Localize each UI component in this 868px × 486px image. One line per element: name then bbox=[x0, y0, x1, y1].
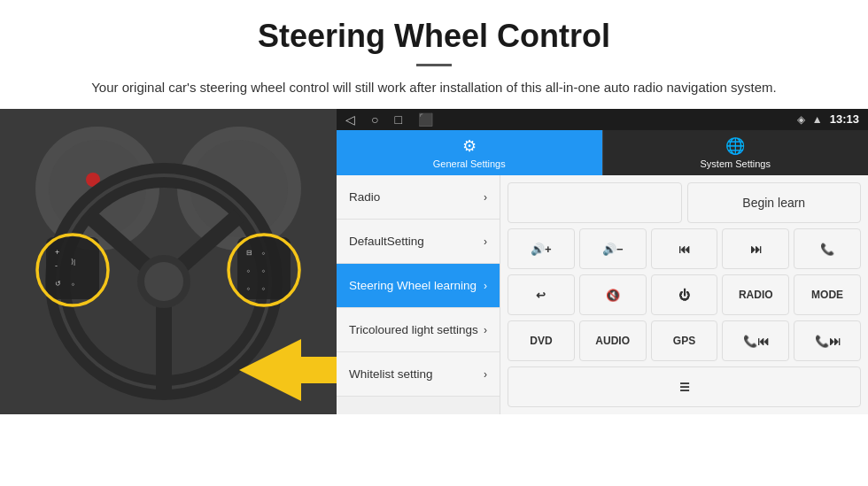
svg-text:⬦: ⬦ bbox=[261, 249, 266, 257]
back-button[interactable]: ↩ bbox=[508, 274, 575, 315]
back-arrow-icon: ↩ bbox=[536, 289, 546, 302]
volume-down-button[interactable]: 🔊− bbox=[579, 228, 647, 269]
menu-list: Radio › DefaultSetting › Steering Wheel … bbox=[337, 175, 500, 414]
menu-chevron-whitelist: › bbox=[484, 368, 487, 381]
menu-chevron-radio: › bbox=[484, 191, 487, 204]
settings-tabs: ⚙ General Settings 🌐 System Settings bbox=[337, 130, 868, 175]
volume-up-button[interactable]: 🔊+ bbox=[508, 228, 575, 269]
page-title: Steering Wheel Control bbox=[53, 18, 815, 55]
begin-learn-button[interactable]: Begin learn bbox=[687, 182, 862, 223]
svg-text:⬦: ⬦ bbox=[246, 284, 251, 292]
menu-item-whitelist-label: Whitelist setting bbox=[349, 367, 433, 381]
control-row-3: DVD AUDIO GPS 📞⏮ 📞⏭ bbox=[508, 320, 861, 361]
svg-rect-13 bbox=[46, 237, 99, 299]
status-bar-left: ◁ ○ □ ⬛ bbox=[345, 112, 433, 127]
location-icon: ◈ bbox=[797, 113, 805, 126]
mute-button[interactable]: 🔇 bbox=[579, 274, 647, 315]
menu-item-radio-label: Radio bbox=[349, 190, 380, 204]
recents-icon: □ bbox=[394, 112, 401, 127]
next-track-icon: ⏭ bbox=[750, 243, 762, 256]
menu-item-radio[interactable]: Radio › bbox=[337, 175, 500, 220]
system-settings-icon: 🌐 bbox=[725, 136, 745, 156]
title-divider bbox=[416, 64, 452, 66]
svg-text:⊟: ⊟ bbox=[246, 249, 252, 257]
menu-chevron-tricoloured: › bbox=[484, 324, 487, 336]
radio-button[interactable]: RADIO bbox=[722, 274, 789, 315]
home-icon: ○ bbox=[371, 112, 378, 127]
menu-item-whitelist[interactable]: Whitelist setting › bbox=[337, 352, 500, 397]
svg-text:⬦: ⬦ bbox=[71, 280, 75, 288]
back-icon: ◁ bbox=[345, 112, 355, 127]
svg-text:↺: ↺ bbox=[55, 280, 61, 288]
controls-panel: Begin learn 🔊+ 🔊− ⏮ bbox=[500, 175, 868, 414]
volume-down-icon: 🔊− bbox=[602, 243, 624, 256]
radio-label: RADIO bbox=[739, 289, 773, 301]
power-button[interactable]: ⏻ bbox=[651, 274, 718, 315]
settings-content: Radio › DefaultSetting › Steering Wheel … bbox=[337, 175, 868, 414]
phone-next-icon: 📞⏭ bbox=[815, 335, 841, 348]
tab-system-label: System Settings bbox=[701, 158, 771, 169]
call-button[interactable]: 📞 bbox=[794, 228, 861, 269]
dvd-button[interactable]: DVD bbox=[508, 320, 575, 361]
svg-text:⬦: ⬦ bbox=[261, 284, 266, 292]
general-settings-icon: ⚙ bbox=[462, 136, 477, 156]
control-row-1: 🔊+ 🔊− ⏮ ⏭ 📞 bbox=[508, 228, 861, 269]
prev-track-icon: ⏮ bbox=[678, 243, 690, 256]
phone-icon: 📞 bbox=[820, 243, 834, 256]
menu-item-tricoloured-label: Tricoloured light settings bbox=[349, 323, 478, 336]
phone-prev-button[interactable]: 📞⏮ bbox=[722, 320, 789, 361]
menu-chevron-steering: › bbox=[484, 280, 487, 292]
tab-system[interactable]: 🌐 System Settings bbox=[602, 130, 869, 175]
menu-item-steering-wheel[interactable]: Steering Wheel learning › bbox=[337, 264, 500, 308]
tab-general[interactable]: ⚙ General Settings bbox=[337, 130, 602, 175]
dvd-label: DVD bbox=[530, 335, 552, 347]
gps-label: GPS bbox=[673, 335, 695, 347]
menu-icon: ☰ bbox=[679, 381, 690, 394]
svg-text:⬦: ⬦ bbox=[246, 266, 251, 274]
audio-label: AUDIO bbox=[595, 335, 630, 347]
power-icon: ⏻ bbox=[678, 289, 690, 302]
android-panel: ◁ ○ □ ⬛ ◈ ▲ 13:13 ⚙ General Settings bbox=[337, 109, 868, 414]
steering-wheel-image: + - ⟩| ↺ ⬦ ⊟ ⬦ ⬦ ⬦ ⬦ ⬦ bbox=[0, 109, 337, 414]
svg-point-12 bbox=[144, 262, 183, 301]
audio-button[interactable]: AUDIO bbox=[579, 320, 647, 361]
gps-button[interactable]: GPS bbox=[651, 320, 718, 361]
menu-item-steering-label: Steering Wheel learning bbox=[349, 279, 477, 292]
prev-track-button[interactable]: ⏮ bbox=[651, 228, 718, 269]
phone-next-button[interactable]: 📞⏭ bbox=[794, 320, 861, 361]
clock-display: 13:13 bbox=[830, 112, 859, 126]
volume-up-icon: 🔊+ bbox=[531, 243, 552, 256]
phone-prev-icon: 📞⏮ bbox=[743, 335, 769, 348]
tab-general-label: General Settings bbox=[433, 158, 506, 169]
svg-text:-: - bbox=[55, 261, 58, 270]
svg-text:⬦: ⬦ bbox=[261, 266, 266, 274]
status-bar-right: ◈ ▲ 13:13 bbox=[797, 112, 859, 126]
top-row: Begin learn bbox=[508, 182, 861, 223]
mute-icon: 🔇 bbox=[606, 289, 620, 302]
svg-text:+: + bbox=[55, 248, 59, 257]
next-track-button[interactable]: ⏭ bbox=[722, 228, 789, 269]
header-description: Your original car's steering wheel contr… bbox=[53, 77, 815, 98]
mode-label: MODE bbox=[811, 289, 843, 301]
svg-text:⟩|: ⟩| bbox=[71, 258, 75, 266]
wifi-icon: ▲ bbox=[812, 113, 823, 126]
status-bar: ◁ ○ □ ⬛ ◈ ▲ 13:13 bbox=[337, 109, 868, 130]
empty-slot bbox=[508, 182, 682, 223]
header-section: Steering Wheel Control Your original car… bbox=[0, 0, 868, 109]
main-content: + - ⟩| ↺ ⬦ ⊟ ⬦ ⬦ ⬦ ⬦ ⬦ bbox=[0, 109, 868, 414]
menu-item-tricoloured[interactable]: Tricoloured light settings › bbox=[337, 308, 500, 352]
mode-button[interactable]: MODE bbox=[794, 274, 861, 315]
menu-chevron-default: › bbox=[484, 235, 487, 248]
control-row-2: ↩ 🔇 ⏻ RADIO MODE bbox=[508, 274, 861, 315]
menu-item-default-setting[interactable]: DefaultSetting › bbox=[337, 220, 500, 264]
screenshot-icon: ⬛ bbox=[418, 112, 433, 127]
page-container: Steering Wheel Control Your original car… bbox=[0, 0, 868, 414]
menu-item-default-label: DefaultSetting bbox=[349, 235, 424, 248]
menu-icon-button[interactable]: ☰ bbox=[508, 366, 861, 407]
control-row-4: ☰ bbox=[508, 366, 861, 407]
